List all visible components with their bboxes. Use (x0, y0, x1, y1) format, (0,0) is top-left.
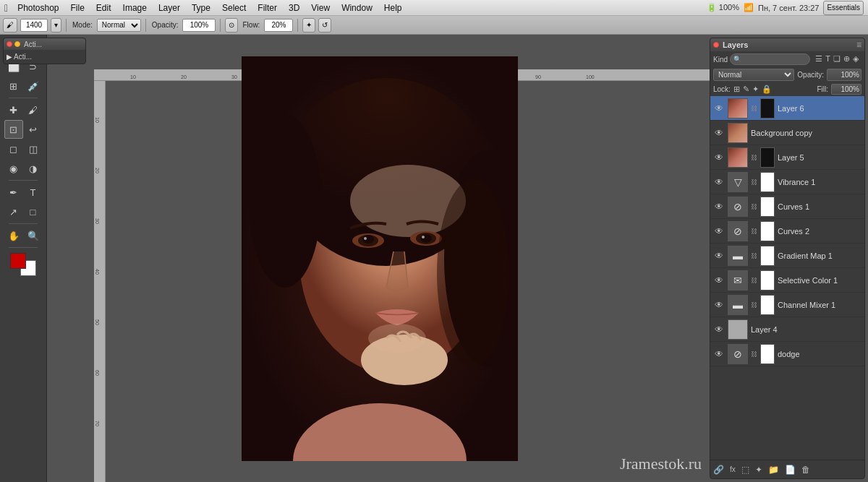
menu-filter[interactable]: Filter (252, 1, 282, 14)
zoom-tool[interactable]: 🔍 (24, 226, 43, 245)
clone-stamp-tool[interactable]: ⊡ (4, 120, 23, 139)
smart-filter-icon[interactable]: ◈ (853, 54, 859, 64)
menu-file[interactable]: File (66, 1, 90, 14)
pixel-filter-icon[interactable]: ☰ (815, 54, 822, 64)
lock-pixels-icon[interactable]: ✎ (743, 85, 749, 94)
layer-visibility-toggle[interactable]: 👁 (713, 349, 725, 359)
new-group-icon[interactable]: 📁 (768, 465, 779, 475)
tablet-pressure-btn[interactable]: ✦ (302, 18, 315, 33)
menu-3d[interactable]: 3D (284, 1, 305, 14)
layer-visibility-toggle[interactable]: 👁 (713, 128, 725, 138)
layer-search-input[interactable]: 🔍 (730, 53, 810, 65)
layer-visibility-toggle[interactable]: 👁 (713, 300, 725, 310)
eraser-tool[interactable]: ◻ (4, 139, 23, 158)
history-brush-tool[interactable]: ↩ (24, 120, 43, 139)
actions-play-button[interactable]: ▶ (7, 53, 12, 61)
actions-content-label: Acti... (14, 53, 32, 61)
lock-move-icon[interactable]: ✦ (752, 85, 759, 94)
menu-image[interactable]: Image (118, 1, 152, 14)
layer-row[interactable]: 👁⛓Layer 6 (710, 96, 864, 121)
layer-row[interactable]: 👁⊘⛓Curves 1 (710, 194, 864, 219)
menu-type[interactable]: Type (187, 1, 216, 14)
adjustment-filter-icon[interactable]: T (825, 54, 830, 64)
workspace-selector[interactable]: Essentials (823, 1, 864, 15)
layer-mask-thumbnail (760, 221, 775, 241)
battery-indicator: 🔋 100% (707, 3, 739, 12)
layer-fill-input[interactable]: 100% (831, 84, 861, 95)
apple-menu[interactable]:  (4, 2, 8, 14)
layer-row[interactable]: 👁Layer 4 (710, 317, 864, 342)
new-adjustment-icon[interactable]: ✦ (755, 465, 762, 475)
actions-close-button[interactable] (7, 41, 12, 47)
svg-point-10 (364, 237, 367, 240)
spot-healing-tool[interactable]: ✚ (4, 100, 23, 119)
layer-thumbnail (728, 98, 748, 119)
layer-row[interactable]: 👁✉⛓Selective Color 1 (710, 268, 864, 293)
airbrush-toggle[interactable]: ⊙ (225, 18, 238, 33)
pen-tool[interactable]: ✒ (4, 183, 23, 202)
dodge-tool[interactable]: ◑ (24, 159, 43, 178)
flow-label: Flow: (241, 21, 261, 29)
layer-visibility-toggle[interactable]: 👁 (713, 226, 725, 236)
actions-minimize-button[interactable] (14, 41, 20, 47)
canvas-image[interactable] (242, 56, 518, 461)
gradient-tool[interactable]: ◫ (24, 139, 43, 158)
brush-tool-icon[interactable]: 🖌 (3, 18, 17, 33)
layer-thumbnail: ▬ (728, 246, 748, 266)
layer-name-label: Background copy (751, 129, 861, 137)
hand-tool[interactable]: ✋ (4, 226, 23, 245)
menu-view[interactable]: View (306, 1, 335, 14)
brush-size-input[interactable] (20, 19, 48, 32)
layer-visibility-toggle[interactable]: 👁 (713, 324, 725, 335)
layer-row[interactable]: 👁⊘⛓dodge (710, 342, 864, 366)
menu-layer[interactable]: Layer (153, 1, 185, 14)
smoothing-btn[interactable]: ↺ (318, 18, 331, 33)
layer-visibility-toggle[interactable]: 👁 (713, 251, 725, 261)
panel-close-button[interactable] (713, 42, 719, 48)
layer-row[interactable]: 👁▬⛓Gradient Map 1 (710, 244, 864, 268)
lock-position-icon[interactable]: ⊞ (733, 85, 740, 94)
shape-tool[interactable]: □ (24, 202, 43, 221)
layer-opacity-input[interactable]: 100% (827, 69, 861, 81)
datetime: Пн, 7 сент. 23:27 (758, 4, 819, 12)
menu-help[interactable]: Help (379, 1, 407, 14)
brush-preset-picker[interactable]: ▾ (51, 18, 61, 33)
layer-row[interactable]: 👁▽⛓Vibrance 1 (710, 170, 864, 194)
flow-input[interactable] (264, 19, 293, 32)
blur-tool[interactable]: ◉ (4, 159, 23, 178)
menu-window[interactable]: Window (336, 1, 378, 14)
layer-row[interactable]: 👁Background copy (710, 121, 864, 145)
menu-select[interactable]: Select (217, 1, 251, 14)
layer-visibility-toggle[interactable]: 👁 (713, 202, 725, 212)
type-filter-icon[interactable]: ❏ (833, 54, 841, 64)
layer-row[interactable]: 👁⊘⛓Curves 2 (710, 219, 864, 244)
fill-label: Fill: (817, 85, 828, 93)
brush-tool[interactable]: 🖌 (24, 100, 43, 119)
menu-photoshop[interactable]: Photoshop (12, 1, 64, 14)
new-layer-icon[interactable]: 📄 (785, 465, 796, 475)
layer-visibility-toggle[interactable]: 👁 (713, 177, 725, 187)
crop-tool[interactable]: ⊞ (4, 77, 23, 95)
lock-all-icon[interactable]: 🔒 (762, 85, 772, 94)
type-tool[interactable]: T (24, 183, 43, 202)
blend-mode-select[interactable]: Normal Multiply Screen Overlay (97, 19, 141, 32)
delete-layer-icon[interactable]: 🗑 (801, 465, 810, 475)
layer-row[interactable]: 👁▬⛓Channel Mixer 1 (710, 293, 864, 317)
layer-blend-mode[interactable]: Normal Multiply Screen (713, 69, 794, 81)
layer-mask-thumbnail (760, 172, 775, 192)
opacity-input[interactable] (182, 19, 216, 32)
add-mask-icon[interactable]: ⬚ (741, 465, 749, 475)
layer-mask-thumbnail (760, 246, 775, 266)
layer-visibility-toggle[interactable]: 👁 (713, 103, 725, 113)
layer-visibility-toggle[interactable]: 👁 (713, 152, 725, 163)
panel-menu-button[interactable]: ≡ (856, 40, 861, 50)
path-selection-tool[interactable]: ↗ (4, 202, 23, 221)
shape-filter-icon[interactable]: ⊕ (843, 54, 850, 64)
eyedropper-tool[interactable]: 💉 (24, 77, 43, 95)
layer-visibility-toggle[interactable]: 👁 (713, 275, 725, 285)
link-layers-icon[interactable]: 🔗 (713, 465, 724, 475)
layer-row[interactable]: 👁⛓Layer 5 (710, 145, 864, 170)
menu-edit[interactable]: Edit (91, 1, 116, 14)
foreground-color-swatch[interactable] (10, 253, 26, 269)
layer-styles-icon[interactable]: fx (730, 465, 736, 473)
